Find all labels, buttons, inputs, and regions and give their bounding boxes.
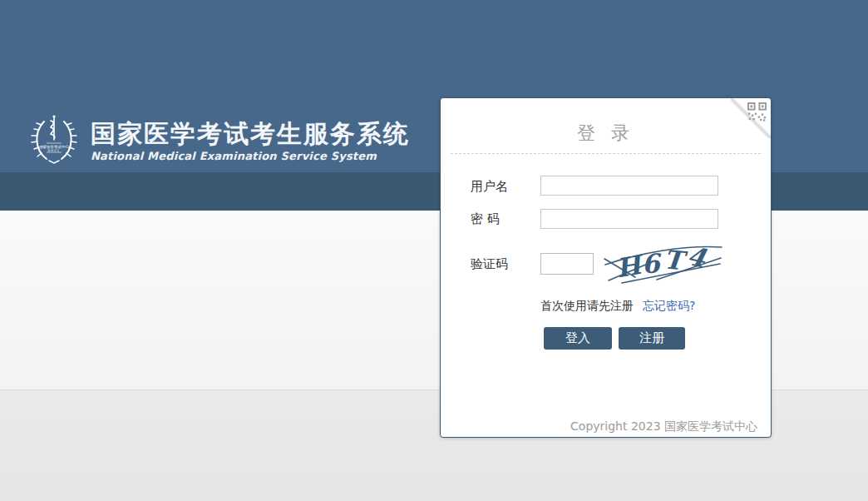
password-label: 密 码 xyxy=(471,211,500,227)
login-button[interactable]: 登入 xyxy=(544,327,612,350)
emblem-text-cn: 国家医学考试中心 xyxy=(39,144,69,149)
nmec-emblem-icon: 国家医学考试中心 NMEC xyxy=(27,113,81,166)
captcha-image[interactable]: H 6 T 4 xyxy=(604,241,723,286)
forgot-password-link[interactable]: 忘记密码? xyxy=(643,299,695,314)
username-label: 用户名 xyxy=(471,179,508,195)
emblem-text-en: NMEC xyxy=(48,149,61,152)
qr-code-icon xyxy=(747,102,767,122)
register-hint: 首次使用请先注册 xyxy=(540,299,634,314)
title-divider xyxy=(451,153,761,154)
captcha-input[interactable] xyxy=(540,253,594,275)
site-title: 国家医学考试考生服务系统 xyxy=(91,120,410,147)
site-subtitle: National Medical Examination Service Sys… xyxy=(91,150,410,162)
login-title: 登 录 xyxy=(441,121,771,146)
login-panel: 登 录 用户名 密 码 验证码 H 6 T 4 首次使用请先注册 忘记密码? xyxy=(440,97,772,438)
username-input[interactable] xyxy=(540,176,718,196)
captcha-label: 验证码 xyxy=(471,256,508,272)
brand: 国家医学考试中心 NMEC 国家医学考试考生服务系统 National Medi… xyxy=(27,113,410,166)
password-input[interactable] xyxy=(540,209,718,229)
page: 国家医学考试中心 NMEC 国家医学考试考生服务系统 National Medi… xyxy=(0,0,868,501)
copyright-text: Copyright 2023 国家医学考试中心 xyxy=(570,419,757,434)
register-button[interactable]: 注册 xyxy=(619,327,685,350)
